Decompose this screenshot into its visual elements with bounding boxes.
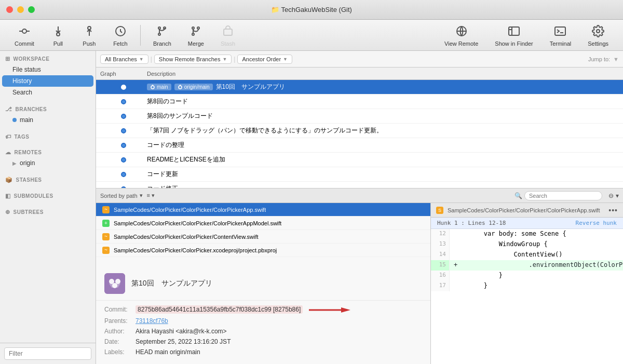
all-branches-select[interactable]: All Branches ▼ [100, 55, 148, 64]
stash-label: Stash [221, 41, 235, 47]
fetch-button[interactable]: Fetch [107, 22, 134, 49]
push-button[interactable]: Push [76, 22, 103, 49]
commit-description: READMEとLICENSEを追加 [147, 155, 619, 164]
toolbar: Commit Pull Push Fetch [0, 20, 623, 51]
settings-button[interactable]: Settings [581, 22, 615, 49]
sidebar-item-origin[interactable]: ▶ origin [0, 157, 96, 169]
view-remote-label: View Remote [444, 41, 478, 47]
line-number: 15 [431, 260, 450, 271]
parents-value[interactable]: 73118cf76b [136, 317, 168, 325]
commit-row[interactable]: READMEとLICENSEを追加 [96, 153, 623, 167]
diff-expand-icon[interactable]: ▾ [616, 192, 619, 199]
tags-icon: 🏷 [5, 133, 11, 140]
maximize-button[interactable] [28, 6, 35, 13]
terminal-icon [553, 24, 567, 38]
line-number: 12 [431, 229, 450, 239]
diff-actions: ••• [608, 206, 618, 214]
avatar [104, 273, 125, 294]
commit-row[interactable]: コード更新 [96, 167, 623, 182]
file-row[interactable]: ~SampleCodes/ColorPicker/ColorPicker.xco… [96, 244, 430, 257]
author-row: Author: Akira Hayashi <akira@rk-k.com> [104, 328, 422, 335]
submodules-icon: ◧ [5, 193, 11, 199]
pull-icon [51, 24, 65, 38]
chevron-right-icon: ▶ [12, 160, 17, 166]
push-icon [82, 24, 97, 38]
commit-info: 第10回 サンプルアプリ Commit: 8275b86ad54641c11a1… [96, 267, 430, 364]
file-search-input[interactable] [524, 191, 602, 200]
sidebar: ⊞ WORKSPACE File status History Search ⎇… [0, 51, 96, 364]
commit-description: main origin/main第10回 サンプルアプリ [147, 83, 619, 91]
commit-row[interactable]: コード修正 [96, 182, 623, 188]
caret-down-icon-3: ▼ [283, 57, 288, 62]
file-row[interactable]: ~SampleCodes/ColorPicker/ColorPicker/Col… [96, 203, 430, 217]
branch-button[interactable]: Branch [147, 22, 178, 49]
commit-row[interactable]: 「第7回 ノブをドラッグ（パン）で移動できるようにする」のサンプルコード更新。 [96, 124, 623, 138]
svg-rect-16 [509, 27, 519, 35]
filter-input[interactable] [4, 347, 91, 360]
svg-marker-30 [341, 307, 350, 313]
show-in-finder-button[interactable]: Show in Finder [489, 22, 539, 49]
show-in-finder-icon [507, 24, 521, 38]
sidebar-item-file-status[interactable]: File status [0, 64, 96, 75]
window-title: 📁 TechGakuWebSite (Git) [271, 6, 352, 14]
diff-file-path: SampleCodes/ColorPicker/ColorPicker/Colo… [448, 207, 600, 213]
commit-message: コード修正 [147, 184, 178, 188]
diff-control-icon[interactable]: ⊖ [608, 192, 614, 199]
labels-row: Labels: HEAD main origin/main [104, 348, 422, 356]
file-name: SampleCodes/ColorPicker/ColorPicker.xcod… [114, 247, 277, 253]
hunk-header: Hunk 1 : Lines 12-18 Reverse hunk [431, 218, 623, 229]
merge-button[interactable]: Merge [182, 22, 210, 49]
sidebar-item-history[interactable]: History [2, 75, 93, 87]
svg-point-13 [192, 33, 194, 35]
stash-button[interactable]: Stash [214, 22, 241, 49]
file-row[interactable]: ~SampleCodes/ColorPicker/ColorPicker/Con… [96, 230, 430, 244]
show-in-finder-label: Show in Finder [495, 41, 533, 47]
file-icon: + [102, 220, 110, 227]
column-headers: Graph Description [96, 68, 623, 80]
commit-row[interactable]: コードの整理 [96, 138, 623, 153]
list-view-button[interactable]: ≡ ▾ [147, 192, 155, 199]
terminal-button[interactable]: Terminal [544, 22, 578, 49]
sort-caret-icon: ▾ [140, 192, 143, 199]
file-name: SampleCodes/ColorPicker/ColorPicker/Cont… [114, 234, 259, 240]
reverse-hunk-button[interactable]: Reverse hunk [576, 220, 617, 226]
line-number: 14 [431, 250, 450, 260]
commit-dot [121, 186, 126, 188]
terminal-label: Terminal [550, 41, 572, 47]
commit-author-row: 第10回 サンプルアプリ [96, 267, 430, 301]
show-remote-select[interactable]: Show Remote Branches ▼ [154, 55, 232, 64]
pull-button[interactable]: Pull [45, 22, 72, 49]
commit-row[interactable]: 第8回のサンプルコード [96, 109, 623, 124]
diff-menu-button[interactable]: ••• [608, 206, 618, 214]
commit-row[interactable]: 第8回のコード [96, 95, 623, 109]
commit-message: 「第7回 ノブをドラッグ（パン）で移動できるようにする」のサンプルコード更新。 [147, 126, 383, 135]
minimize-button[interactable] [17, 6, 24, 13]
svg-point-19 [597, 30, 600, 33]
file-list-panel: ~SampleCodes/ColorPicker/ColorPicker/Col… [96, 203, 431, 364]
settings-label: Settings [588, 41, 608, 47]
commit-row[interactable]: main origin/main第10回 サンプルアプリ [96, 80, 623, 95]
sidebar-item-main[interactable]: main [0, 114, 96, 126]
diff-line: 17 } [431, 281, 623, 291]
pull-label: Pull [53, 41, 63, 47]
ancestor-order-select[interactable]: Ancestor Order ▼ [237, 55, 292, 64]
sort-by-path[interactable]: Sorted by path ▾ [100, 192, 143, 199]
commit-graph-cell [100, 85, 147, 90]
workspace-header: ⊞ WORKSPACE [0, 54, 96, 64]
svg-point-9 [158, 33, 160, 35]
close-button[interactable] [6, 6, 13, 13]
bottom-split: ~SampleCodes/ColorPicker/ColorPicker/Col… [96, 203, 623, 364]
commit-dot [121, 128, 126, 133]
svg-point-26 [115, 279, 120, 284]
view-remote-button[interactable]: View Remote [438, 22, 484, 49]
commit-tag: origin/main [174, 84, 213, 90]
file-row[interactable]: +SampleCodes/ColorPicker/ColorPicker/Col… [96, 217, 430, 230]
commit-button[interactable]: Commit [8, 22, 40, 49]
parents-row: Parents: 73118cf76b [104, 317, 422, 325]
diff-line: 15+ .environmentObject(ColorPickerAppMod… [431, 260, 623, 271]
subtrees-header: ⊕ SUBTREES [0, 207, 96, 217]
sidebar-item-search[interactable]: Search [0, 87, 96, 98]
diff-line: 12 var body: some Scene { [431, 229, 623, 239]
workspace-section: ⊞ WORKSPACE File status History Search [0, 51, 96, 101]
branch-label: Branch [153, 41, 171, 47]
